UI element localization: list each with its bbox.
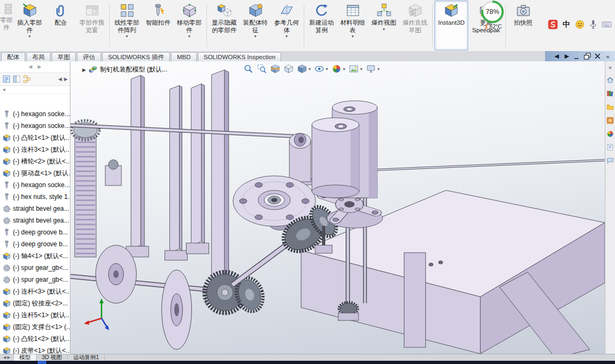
tree-item[interactable]: (-) 连杆<3> (默认<... [0, 286, 70, 297]
rod-bottom-gear[interactable] [338, 302, 359, 320]
tree-item[interactable]: (-) hexagon socke... [0, 108, 70, 120]
hide-show-items-icon[interactable] [314, 64, 324, 74]
dropdown-arrow-icon[interactable]: ▾ [377, 67, 380, 72]
sogou-icon[interactable] [548, 19, 558, 30]
tree-item[interactable]: (-) 凸轮1<1> (默认... [0, 132, 70, 144]
clipped-ribbon-button[interactable]: 零部件 [0, 0, 13, 51]
keyboard-icon[interactable] [602, 19, 612, 30]
take-snapshot-button[interactable]: 拍快照 [507, 1, 539, 51]
tree-item[interactable]: (-) spur gear_gb<... [0, 262, 70, 274]
worm-screw[interactable] [71, 120, 121, 257]
lang-zh-icon[interactable]: 中 [561, 19, 571, 30]
move-component-button[interactable]: 移动零部件▾ [174, 1, 205, 51]
show-hidden-components-button[interactable]: 显示隐藏的零部件 [209, 1, 240, 51]
collapse-panel-icon[interactable]: « [604, 52, 612, 60]
dropdown-arrow-icon[interactable]: ▾ [360, 67, 362, 72]
tree-item[interactable]: straight bevel gea... [0, 203, 70, 215]
collapse-taskpane-icon[interactable]: « [609, 65, 612, 70]
graphics-viewport[interactable]: ▶ 制钉机装配模型 (默认... ▾▾▾▾▾ [70, 61, 605, 354]
document-tab-0[interactable]: 模型 [14, 354, 37, 361]
tree-item[interactable]: (-) hexagon socke... [0, 120, 70, 132]
collapse-left-icon[interactable]: ◀ [58, 76, 62, 82]
command-tab-4[interactable]: SOLIDWORKS 插件 [102, 52, 170, 61]
zoom-area-icon[interactable] [257, 64, 267, 74]
tree-item[interactable]: (-) 凸轮1<2> (默认... [0, 333, 70, 345]
tree-item[interactable]: (-) 连杆5<1> (默认... [0, 309, 70, 321]
dropdown-arrow-icon[interactable]: ▾ [326, 67, 328, 72]
command-tab-2[interactable]: 草图 [52, 52, 76, 61]
tree-item[interactable]: (-) 槽轮<2> (默认<... [0, 155, 70, 167]
display-pane-icon[interactable] [12, 75, 21, 83]
appearances-icon[interactable] [606, 117, 614, 124]
lower-bevel-gears[interactable] [204, 272, 267, 315]
forward-icon[interactable]: ▶ [563, 52, 571, 60]
tree-item[interactable]: (-) deep groove b... [0, 226, 70, 238]
tree-item[interactable]: (-) hex nuts, style 1... [0, 191, 70, 203]
custom-properties-icon[interactable] [606, 144, 614, 151]
configurations-icon[interactable] [23, 75, 31, 83]
upper-shaft[interactable] [70, 125, 301, 137]
panel-splitter[interactable]: ◀▶ [0, 61, 70, 73]
tree-item[interactable]: (-) hexagon socke... [0, 179, 70, 191]
command-tab-5[interactable]: MBD [171, 52, 197, 61]
dropdown-arrow-icon[interactable]: ▾ [343, 67, 345, 72]
tree-item[interactable]: (-) 轴4<1> (默认<... [0, 250, 70, 262]
view-orientation-icon[interactable] [284, 64, 294, 74]
tree-breadcrumb[interactable]: ▶ 制钉机装配模型 (默认... [82, 65, 167, 74]
tree-item[interactable]: (-) 连杆3<1> (默认... [0, 144, 70, 155]
taskbar-app-icon[interactable] [38, 361, 46, 364]
command-tab-6[interactable]: SOLIDWORKS Inspection [198, 52, 282, 61]
dropdown-arrow-icon[interactable]: ▾ [309, 67, 311, 72]
bill-of-materials-button[interactable]: 材料明细表▾ [337, 1, 368, 51]
reference-geometry-button[interactable]: 参考几何体▾ [271, 1, 302, 51]
section-view-icon[interactable] [270, 64, 280, 74]
document-tab-2[interactable]: 运动算例1 [68, 354, 105, 361]
zoom-fit-icon[interactable] [244, 64, 253, 74]
tree-item[interactable]: straight bevel gea... [0, 215, 70, 226]
command-tab-0[interactable]: 配体 [1, 52, 25, 61]
expand-arrow-icon[interactable]: ▶ [82, 67, 86, 73]
scroll-left-icon[interactable]: ◀ [3, 355, 6, 360]
display-style-icon[interactable] [297, 64, 307, 74]
mate-button[interactable]: 配合 [45, 1, 76, 51]
smart-fasteners-button[interactable]: 智能扣件 [142, 1, 174, 51]
forum-icon[interactable] [606, 157, 614, 165]
exploded-view-button[interactable]: 爆炸视图▾ [368, 1, 399, 51]
tree-item[interactable]: (固定) 支撑台<1> (... [0, 321, 70, 333]
panel-left-arrow-icon[interactable]: ◀ [28, 64, 32, 69]
lower-shaft-pulleys[interactable] [70, 245, 226, 349]
tree-item[interactable]: (-) 驱动盘<1> (默认... [0, 167, 70, 179]
assembly-features-button[interactable]: 装配体特征▾ [240, 1, 271, 51]
apply-scene-icon[interactable] [349, 64, 359, 74]
document-tab-1[interactable]: 3D 视图 [37, 354, 68, 361]
linear-component-pattern-button[interactable]: 线性零部件阵列▾ [111, 1, 142, 51]
bearing-support-column[interactable] [286, 133, 314, 185]
edit-appearance-icon[interactable] [332, 64, 341, 74]
file-explorer-icon[interactable] [606, 103, 614, 111]
mic-icon[interactable] [588, 19, 598, 30]
back-icon[interactable]: ◀ [553, 52, 561, 60]
restore-icon[interactable] [583, 52, 591, 60]
featuremanager-tree-icon[interactable] [2, 75, 11, 83]
cylinder-drums[interactable] [312, 101, 377, 198]
close-icon[interactable] [593, 52, 602, 60]
instant3d-button[interactable]: Instant3D [434, 1, 468, 51]
panel-right-arrow-icon[interactable]: ▶ [38, 64, 41, 69]
new-motion-study-button[interactable]: 新建运动算例 [306, 1, 337, 51]
tree-filter-row[interactable]: ▼ [0, 86, 70, 94]
tree-item[interactable]: (-) spur gear_gb<... [0, 274, 70, 286]
scenes-icon[interactable] [606, 130, 614, 138]
tree-item[interactable]: (-) 皮带<1> (默认<... [0, 345, 70, 354]
expand-right-icon[interactable]: ▶ [64, 76, 68, 82]
tab-scroll-arrows[interactable]: ◀▶ [0, 354, 14, 361]
command-tab-3[interactable]: 评估 [77, 52, 101, 61]
view-settings-icon[interactable] [366, 64, 376, 74]
command-tab-1[interactable]: 布局 [26, 52, 51, 61]
design-library-icon[interactable] [606, 90, 614, 97]
insert-component-button[interactable]: 插入零部件▾ [14, 1, 45, 51]
tree-item[interactable]: (固定) 铰接座<2>... [0, 297, 70, 309]
windows-taskbar-sliver[interactable] [0, 361, 615, 364]
minimize-icon[interactable] [573, 52, 581, 60]
frame-plates[interactable] [126, 70, 233, 303]
solidworks-resources-icon[interactable] [606, 76, 614, 84]
